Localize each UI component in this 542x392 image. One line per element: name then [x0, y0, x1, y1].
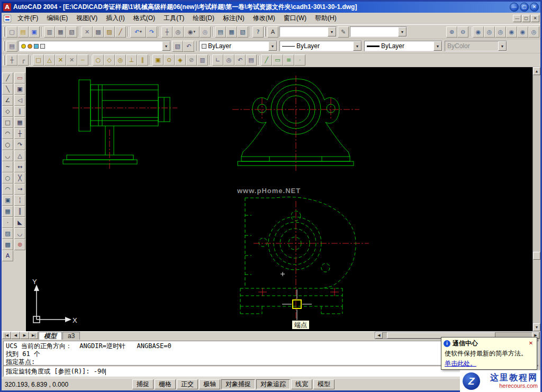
- distance-button[interactable]: ╱: [261, 54, 272, 66]
- snap-none-button[interactable]: ⊘: [186, 54, 197, 66]
- last-tab-button[interactable]: ▶|: [29, 332, 38, 339]
- minimize-button[interactable]: —: [510, 3, 519, 12]
- array-button[interactable]: ▦: [14, 117, 25, 128]
- trim-button[interactable]: ╳: [14, 172, 25, 184]
- toggle-otrack[interactable]: 对象追踪: [256, 379, 290, 389]
- insert-block-button[interactable]: ▣: [2, 195, 13, 206]
- chamfer-button[interactable]: ◣: [14, 217, 25, 228]
- linetype-combo[interactable]: ByLayer ▼: [279, 41, 362, 51]
- redo-button[interactable]: ↷: [146, 26, 157, 38]
- zoom-realtime-button[interactable]: ◎: [173, 26, 184, 38]
- coordinate-readout[interactable]: 320.193, 6.839 , 0.000: [5, 381, 132, 388]
- spline-button[interactable]: ~: [2, 161, 13, 172]
- toggle-ortho[interactable]: 正交: [177, 379, 198, 389]
- ellipse-arc-button[interactable]: ◠: [2, 184, 13, 195]
- properties-button[interactable]: ▤: [215, 26, 226, 38]
- multiline-text-button[interactable]: A: [2, 250, 13, 261]
- save-button[interactable]: ▣: [29, 26, 40, 38]
- zoom-out-button[interactable]: ⊖: [457, 26, 468, 38]
- doc-restore-button[interactable]: ▢: [522, 15, 530, 22]
- make-object-layer-current-button[interactable]: ▧: [172, 41, 183, 52]
- doc-close-button[interactable]: ✕: [531, 15, 539, 22]
- temporary-track-point-button[interactable]: ┼: [6, 54, 17, 66]
- snap-nearest-button[interactable]: ◈: [175, 54, 186, 66]
- snap-from-button[interactable]: ┌: [17, 54, 29, 66]
- menu-dimension[interactable]: 标注(N): [219, 13, 249, 24]
- menu-format[interactable]: 格式(O): [129, 13, 159, 24]
- tab-a3[interactable]: a3: [62, 332, 80, 340]
- named-view-dropdown-arrow[interactable]: ▼: [328, 27, 336, 37]
- snap-endpoint-button[interactable]: □: [33, 54, 44, 66]
- menu-modify[interactable]: 修改(M): [249, 13, 279, 24]
- menu-tools[interactable]: 工具(T): [159, 13, 188, 24]
- next-tab-button[interactable]: ▶: [20, 332, 29, 339]
- menu-help[interactable]: 帮助(H): [311, 13, 341, 24]
- move-button[interactable]: ┼: [14, 128, 25, 139]
- toggle-snap[interactable]: 捕捉: [132, 379, 153, 389]
- offset-button[interactable]: ∥: [14, 106, 25, 117]
- tool-palettes-button[interactable]: ▧: [237, 26, 248, 38]
- plot-button[interactable]: ▥: [44, 26, 55, 38]
- popup-close-button[interactable]: ✕: [527, 340, 535, 348]
- snap-insert-button[interactable]: ▣: [152, 54, 164, 66]
- brand-url[interactable]: herecours.com: [499, 382, 538, 389]
- open-button[interactable]: ▤: [17, 26, 29, 38]
- ucs-world-button[interactable]: ◎: [223, 54, 234, 66]
- prev-tab-button[interactable]: ◀: [11, 332, 20, 339]
- snap-node-button[interactable]: ⊙: [164, 54, 175, 66]
- layer-previous-button[interactable]: ↶: [183, 41, 194, 52]
- menu-file[interactable]: 文件(F): [13, 13, 42, 24]
- style-dropdown-arrow[interactable]: ▼: [398, 27, 406, 37]
- publish-button[interactable]: ▧: [66, 26, 77, 38]
- named-view-combo[interactable]: ▼: [279, 26, 337, 37]
- snap-apparent-intersection-button[interactable]: ✕: [66, 54, 77, 66]
- locate-point-button[interactable]: ·: [294, 54, 305, 66]
- circle-button[interactable]: ○: [2, 139, 13, 150]
- stretch-button[interactable]: ↔: [14, 161, 25, 172]
- region-button[interactable]: ▩: [2, 239, 13, 250]
- polygon-button[interactable]: ◇: [2, 106, 13, 117]
- point-button[interactable]: ·: [2, 217, 13, 228]
- zoom-center-button[interactable]: ◉: [506, 26, 517, 38]
- toggle-lwt[interactable]: 线宽: [291, 379, 312, 389]
- hatch-button[interactable]: ▨: [2, 228, 13, 239]
- qnew-button[interactable]: ▢: [6, 26, 17, 38]
- toggle-grid[interactable]: 栅格: [155, 379, 176, 389]
- text-style-button[interactable]: A: [267, 26, 278, 38]
- drawing-canvas[interactable]: X Y www.pHome.NET 端点: [26, 67, 532, 331]
- restore-button[interactable]: ▢: [520, 3, 529, 12]
- designcenter-button[interactable]: ▦: [226, 26, 237, 38]
- toggle-osnap[interactable]: 对象捕捉: [221, 379, 255, 389]
- undo-button[interactable]: ↶▾: [130, 26, 146, 38]
- zoom-previous-button[interactable]: ◎: [200, 26, 211, 38]
- ucs-tool-button[interactable]: ∟: [212, 54, 223, 66]
- construction-line-button[interactable]: ╲: [2, 84, 13, 95]
- lineweight-combo[interactable]: ByLayer ▼: [364, 41, 442, 51]
- color-combo[interactable]: ByLayer ▼: [199, 41, 277, 51]
- menu-window[interactable]: 窗口(W): [279, 13, 311, 24]
- vertical-scroll-thumb[interactable]: [533, 252, 540, 260]
- break-at-point-button[interactable]: ╎: [14, 195, 25, 206]
- layer-dropdown-arrow[interactable]: ▼: [162, 41, 170, 51]
- zoom-scale-button[interactable]: ◎: [495, 26, 506, 38]
- lineweight-dropdown-arrow[interactable]: ▼: [433, 41, 442, 51]
- extend-button[interactable]: →: [14, 184, 25, 195]
- named-ucs-button[interactable]: ▤: [246, 54, 257, 66]
- zoom-in-button[interactable]: ⊕: [446, 26, 457, 38]
- close-button[interactable]: ✕: [530, 3, 539, 12]
- popup-link[interactable]: 单击此处。: [445, 359, 476, 368]
- toggle-polar[interactable]: 极轴: [199, 379, 220, 389]
- revision-cloud-button[interactable]: ◡: [2, 150, 13, 161]
- toolbar-grip[interactable]: [3, 27, 5, 37]
- make-block-button[interactable]: ▦: [2, 206, 13, 217]
- toolbar-grip[interactable]: [3, 56, 5, 65]
- doc-minimize-button[interactable]: —: [513, 15, 521, 22]
- scroll-down-button[interactable]: ▼: [533, 323, 540, 331]
- match-properties-button[interactable]: ╱: [115, 26, 126, 38]
- rotate-button[interactable]: ↷: [14, 139, 25, 150]
- zoom-dynamic-button[interactable]: ◎: [484, 26, 495, 38]
- ucs-previous-button[interactable]: ↶: [234, 54, 246, 66]
- titlebar[interactable]: A AutoCAD 2004 - [E:\CAD\CAD考证样题\1\机械高级样…: [2, 2, 540, 13]
- zoom-all-button[interactable]: ◉: [517, 26, 528, 38]
- erase-button[interactable]: ▭: [14, 72, 25, 84]
